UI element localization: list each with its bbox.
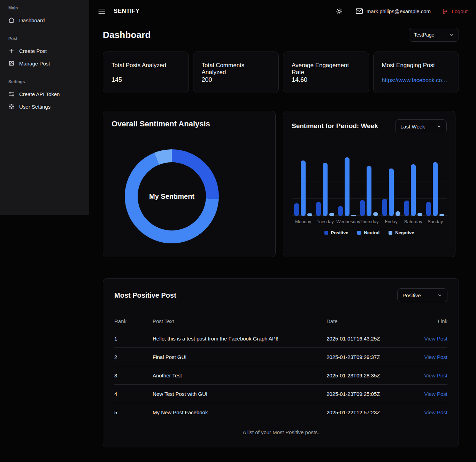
sidebar-item-dashboard[interactable]: Dashboard — [6, 14, 84, 26]
menu-button[interactable] — [98, 7, 106, 15]
sidebar-section-label: Main — [6, 5, 84, 14]
bar-chart-plot — [292, 152, 447, 216]
bar-positive — [316, 202, 321, 216]
view-post-link[interactable]: View Post — [424, 336, 447, 342]
overall-sentiment-card: Overall Sentiment Analysis My Sentiment — [103, 111, 276, 257]
sidebar-item-label: Create API Token — [19, 91, 60, 97]
chevron-down-icon — [437, 293, 442, 298]
cell-post-text: New Test Post with GUI — [153, 391, 327, 397]
hamburger-icon — [98, 7, 106, 15]
period-select-value: Last Week — [400, 124, 425, 130]
logout-icon — [442, 8, 448, 15]
stat-label: Total Comments Analyzed — [202, 62, 270, 76]
table-caption: A list of your Most Positive posts. — [114, 429, 447, 435]
page-select[interactable]: TestPage — [409, 28, 459, 42]
legend-item-negative: Negative — [389, 230, 414, 235]
legend-swatch-negative — [389, 231, 392, 235]
sidebar-item-create-api-token[interactable]: Create API Token — [6, 88, 84, 100]
bar-group-thursday — [358, 166, 380, 216]
cell-link: View Post — [414, 336, 447, 342]
x-label-saturday: Saturday — [402, 219, 424, 224]
stat-card-total-comments-analyzed: Total Comments Analyzed200 — [193, 52, 279, 93]
cell-rank: 1 — [114, 336, 153, 342]
table-title: Most Positive Post — [114, 291, 176, 299]
mail-icon — [355, 8, 363, 14]
bar-groups — [292, 152, 447, 216]
sidebar-item-manage-post[interactable]: Manage Post — [6, 57, 84, 70]
cell-date: 2025-01-23T09:28:35Z — [327, 373, 414, 378]
weekly-sentiment-title: Sentiment for Period: Week — [292, 122, 378, 130]
sidebar-item-user-settings[interactable]: User Settings — [6, 100, 84, 113]
bar-group-tuesday — [314, 163, 336, 216]
table-body: 1Hello, this is a test post from the Fac… — [114, 329, 447, 422]
legend-item-neutral: Neutral — [357, 230, 379, 235]
bar-positive — [404, 201, 409, 216]
column-header-rank: Rank — [114, 318, 153, 324]
view-post-link[interactable]: View Post — [424, 391, 447, 397]
sidebar-section-label: Settings — [6, 79, 84, 88]
stat-card-total-posts-analyzed: Total Posts Analyzed145 — [103, 52, 189, 93]
sidebar-item-label: Manage Post — [19, 61, 50, 66]
bar-positive — [294, 203, 299, 216]
column-header-date: Date — [327, 318, 414, 324]
sentiment-filter-select[interactable]: Positive — [397, 288, 447, 302]
most-engaging-post-link[interactable]: https://www.facebook.co… — [382, 77, 451, 84]
bar-positive — [338, 206, 343, 216]
sidebar-section-label: Post — [6, 36, 84, 45]
view-post-link[interactable]: View Post — [424, 354, 447, 360]
legend-item-positive: Positive — [324, 230, 348, 235]
stat-label: Average Engagement Rate — [292, 62, 360, 76]
logout-button[interactable]: Logout — [442, 8, 468, 15]
bar-neutral — [433, 162, 438, 216]
sidebar: MainDashboardPostCreate PostManage PostS… — [0, 0, 89, 215]
cell-date: 2025-01-22T12:57:23Z — [327, 409, 414, 415]
bar-group-saturday — [402, 164, 424, 216]
table-header-row: RankPost TextDateLink — [114, 318, 447, 329]
x-label-thursday: Thursday — [358, 219, 380, 224]
cell-date: 2025-01-23T09:25:05Z — [327, 391, 414, 397]
cell-rank: 4 — [114, 391, 153, 397]
bar-neutral — [345, 157, 350, 216]
view-post-link[interactable]: View Post — [424, 409, 447, 415]
x-label-tuesday: Tuesday — [314, 219, 336, 224]
legend-label: Negative — [395, 230, 414, 235]
weekly-sentiment-card: Sentiment for Period: Week Last Week Mon… — [283, 111, 455, 257]
cell-rank: 2 — [114, 354, 153, 360]
page-select-value: TestPage — [414, 32, 434, 38]
bar-negative — [307, 213, 312, 216]
sidebar-section-post: PostCreate PostManage Post — [6, 36, 84, 70]
bar-negative — [351, 215, 356, 216]
bar-negative — [417, 213, 422, 216]
table-row: 4New Test Post with GUI2025-01-23T09:25:… — [114, 385, 447, 403]
donut-hole: My Sentiment — [138, 162, 206, 230]
bar-neutral — [389, 169, 394, 216]
stat-label: Total Posts Analyzed — [112, 62, 180, 69]
sidebar-item-label: User Settings — [19, 104, 51, 110]
column-header-link: Link — [414, 318, 447, 324]
cell-rank: 3 — [114, 373, 153, 378]
table-row: 2Final Post GUI2025-01-23T09:29:37ZView … — [114, 348, 447, 366]
user-email: mark.philips@example.com — [355, 8, 431, 14]
cell-link: View Post — [414, 409, 447, 415]
bar-neutral — [323, 163, 328, 216]
edit-icon — [8, 60, 15, 66]
bar-neutral — [301, 160, 306, 216]
bar-neutral — [367, 166, 371, 216]
bar-negative — [373, 212, 378, 216]
period-select[interactable]: Last Week — [395, 119, 447, 133]
x-label-monday: Monday — [292, 219, 314, 224]
view-post-link[interactable]: View Post — [424, 373, 447, 378]
user-email-text: mark.philips@example.com — [367, 8, 431, 14]
cell-link: View Post — [414, 354, 447, 360]
logout-label: Logout — [452, 8, 468, 14]
legend-swatch-positive — [324, 231, 328, 235]
x-label-wednesday: Wednesday — [336, 219, 358, 224]
x-label-sunday: Sunday — [424, 219, 446, 224]
legend-label: Positive — [331, 230, 348, 235]
theme-toggle-button[interactable] — [336, 8, 343, 15]
chevron-down-icon — [437, 124, 442, 129]
sidebar-item-create-post[interactable]: Create Post — [6, 45, 84, 57]
sun-icon — [336, 8, 343, 15]
sidebar-item-label: Dashboard — [19, 17, 45, 23]
gear-icon — [8, 103, 15, 110]
